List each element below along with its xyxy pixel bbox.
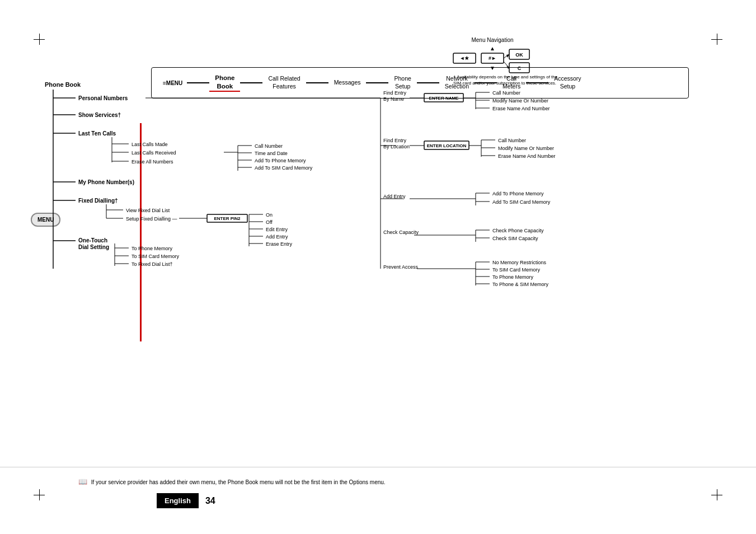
to-phone-sim-prevent: To Phone & SIM Memory — [492, 282, 549, 287]
svg-text:#►: #► — [489, 55, 496, 61]
my-phone-numbers: My Phone Number(s) — [78, 179, 134, 185]
call-number-name: Call Number — [492, 90, 520, 96]
erase-name-loc: Erase Name And Number — [498, 153, 556, 159]
check-phone-cap: Check Phone Capacity — [492, 228, 544, 233]
svg-text:▲: ▲ — [490, 45, 495, 51]
edit-entry: Edit Entry — [266, 227, 288, 232]
fixed-dialling: Fixed Dialling† — [78, 198, 118, 204]
view-fixed-dial: View Fixed Dial List — [126, 208, 170, 213]
call-number-1: Call Number — [255, 143, 283, 149]
svg-line-11 — [504, 62, 509, 68]
erase-all-numbers: Erase All Numbers — [132, 159, 173, 165]
nav-title: Menu Navigation — [471, 37, 513, 43]
last-calls-received: Last Calls Received — [132, 150, 176, 156]
note-text: If your service provider has added their… — [91, 479, 386, 485]
svg-text:† Availability depends on the : † Availability depends on the type and s… — [453, 74, 558, 79]
svg-text:▼: ▼ — [490, 65, 495, 71]
enter-location-box: ENTER LOCATION — [427, 143, 467, 148]
footer-note: 📖 If your service provider has added the… — [78, 476, 386, 488]
check-capacity-label: Check Capacity — [383, 229, 419, 235]
by-location-label: By Location — [383, 144, 410, 149]
add-phone-memory: Add To Phone Memory — [255, 158, 306, 163]
diagram-svg: Menu Navigation ▲ ◄★ #► OK C ▼ † Availab… — [34, 34, 716, 425]
language-badge: English — [157, 493, 199, 508]
phonebook-title: Phone Book — [45, 81, 81, 88]
erase-name-number: Erase Name And Number — [492, 106, 550, 111]
add-entry-pin: Add Entry — [266, 234, 288, 240]
one-touch-title: One-Touch — [78, 237, 107, 243]
off-option: Off — [266, 219, 273, 225]
to-fixed-dial-list: To Fixed Dial List† — [132, 261, 173, 267]
by-name-label: By Name — [383, 96, 404, 102]
erase-entry: Erase Entry — [266, 241, 293, 247]
last-calls-made: Last Calls Made — [132, 142, 168, 147]
dial-setting-title: Dial Setting — [78, 244, 109, 250]
footer: 📖 If your service provider has added the… — [0, 467, 756, 534]
svg-text:◄★: ◄★ — [460, 55, 470, 61]
no-mem-restrict: No Memory Restrictions — [492, 260, 547, 265]
call-number-loc: Call Number — [498, 138, 526, 143]
svg-text:OK: OK — [515, 52, 523, 58]
on-option: On — [266, 212, 273, 218]
prevent-access-label: Prevent Access — [383, 264, 419, 270]
note-icon: 📖 — [78, 477, 87, 486]
add-phone-mem: Add To Phone Memory — [492, 191, 544, 196]
last-ten-calls: Last Ten Calls — [78, 130, 116, 137]
page-number: 34 — [205, 496, 215, 506]
to-sim-prevent: To SIM Card Memory — [492, 267, 541, 273]
find-entry-label: Find Entry — [383, 90, 407, 96]
setup-fixed-dial: Setup Fixed Dialling — — [126, 216, 177, 222]
modify-name-number: Modify Name Or Number — [492, 98, 548, 104]
to-sim-card-memory: To SIM Card Memory — [132, 254, 180, 259]
add-sim-mem: Add To SIM Card Memory — [492, 199, 551, 205]
show-services: Show Services† — [78, 112, 121, 118]
add-sim-memory: Add To SIM Card Memory — [255, 165, 313, 171]
svg-text:C: C — [518, 65, 522, 71]
personal-numbers: Personal Numbers — [78, 95, 128, 101]
modify-name-loc: Modify Name Or Number — [498, 146, 554, 151]
svg-text:SIM card and/or your subscript: SIM card and/or your subscription to the… — [453, 81, 556, 86]
check-sim-cap: Check SIM Capacity — [492, 236, 538, 241]
time-and-date: Time and Date — [255, 151, 288, 156]
to-phone-memory: To Phone Memory — [132, 246, 173, 251]
find-entry-location-label: Find Entry — [383, 138, 407, 143]
enter-name-box: ENTER NAME — [429, 96, 459, 101]
to-phone-prevent: To Phone Memory — [492, 274, 534, 280]
enter-pin2-box: ENTER PIN2 — [214, 216, 241, 221]
